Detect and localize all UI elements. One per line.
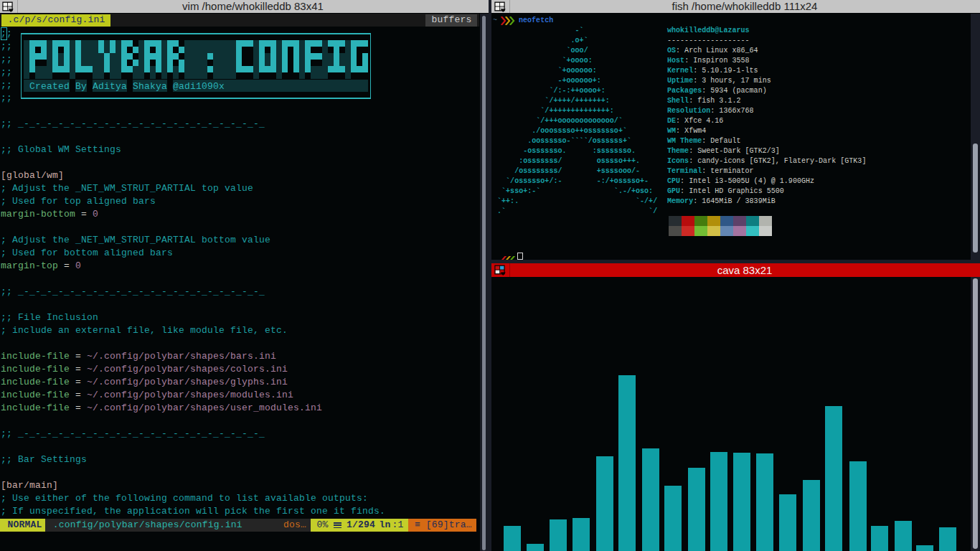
svg-text:@adi1090x: @adi1090x (173, 81, 225, 92)
svg-text:Created: Created (29, 81, 70, 92)
svg-text:Aditya: Aditya (93, 81, 127, 92)
svg-text:By: By (75, 81, 87, 92)
svg-text:Shakya: Shakya (133, 81, 167, 92)
